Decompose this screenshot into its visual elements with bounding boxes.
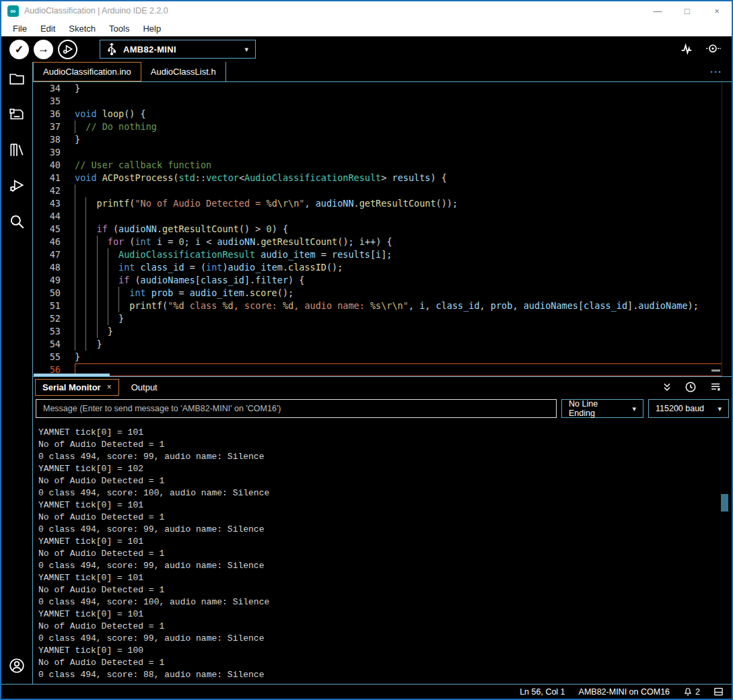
baud-rate-select[interactable]: 115200 baud ▾ <box>648 399 729 418</box>
menu-item-sketch[interactable]: Sketch <box>63 22 102 35</box>
sidebar-item-sketchbook[interactable] <box>8 70 26 88</box>
tab-audioclasslist-h[interactable]: AudioClassList.h <box>141 62 226 81</box>
code-line-48[interactable]: 48int class_id = (int)audio_item.classID… <box>33 261 732 274</box>
line-number: 54 <box>33 338 75 351</box>
sidebar-item-boards-manager[interactable] <box>8 106 26 123</box>
upload-button[interactable]: → <box>34 40 53 59</box>
bottom-panel: Serial Monitor × Output <box>33 376 732 684</box>
tab-serial-monitor[interactable]: Serial Monitor × <box>35 379 119 396</box>
line-text: printf("%d class %d, score: %d, audio na… <box>75 300 732 312</box>
code-line-50[interactable]: 50int prob = audio_item.score(); <box>33 287 732 300</box>
code-line-45[interactable]: 45if (audioNN.getResultCount() > 0) { <box>33 223 732 236</box>
account-icon <box>8 656 26 675</box>
more-actions-button[interactable]: ··· <box>710 62 732 81</box>
board-port-status[interactable]: AMB82-MINI on COM16 <box>579 687 670 697</box>
line-number: 38 <box>33 133 75 146</box>
cursor-position[interactable]: Ln 56, Col 1 <box>520 687 565 697</box>
serial-output-line: 0 class 494, score: 100, audio name: Sil… <box>38 487 732 499</box>
code-line-47[interactable]: 47AudioClassificationResult audio_item =… <box>33 248 732 261</box>
sidebar-item-search[interactable] <box>8 213 26 230</box>
serial-output-line: YAMNET tick[0] = 101 <box>38 572 732 584</box>
code-line-46[interactable]: 46for (int i = 0; i < audioNN.getResultC… <box>33 236 732 248</box>
code-line-41[interactable]: 41void ACPostProcess(std::vector<AudioCl… <box>33 172 732 184</box>
code-line-37[interactable]: 37// Do nothing <box>33 120 732 133</box>
clear-output-icon <box>709 381 722 393</box>
minimize-button[interactable]: — <box>643 1 672 20</box>
double-chevron-down-icon <box>662 382 672 392</box>
code-line-54[interactable]: 54} <box>33 338 732 351</box>
tab-output[interactable]: Output <box>125 380 164 395</box>
serial-output-line: YAMNET tick[0] = 101 <box>38 427 732 439</box>
code-line-44[interactable]: 44 <box>33 210 732 223</box>
collapse-panel-button[interactable] <box>662 382 672 392</box>
code-editor[interactable]: 34}3536void loop() {37// Do nothing38}39… <box>33 82 732 376</box>
line-text <box>75 184 732 197</box>
code-line-36[interactable]: 36void loop() { <box>33 108 732 120</box>
overview-cursor-mark <box>711 370 720 372</box>
serial-output-line: YAMNET tick[0] = 101 <box>38 536 732 548</box>
serial-scrollbar[interactable] <box>721 494 728 512</box>
timestamp-toggle-button[interactable] <box>685 381 697 393</box>
line-text: int prob = audio_item.score(); <box>75 287 732 300</box>
serial-output-line: YAMNET tick[0] = 100 <box>38 645 732 657</box>
serial-output-line: 0 class 494, score: 99, audio name: Sile… <box>38 524 732 536</box>
close-icon[interactable]: × <box>107 382 112 392</box>
line-text: } <box>75 312 732 325</box>
code-line-43[interactable]: 43printf("No of Audio Detected = %d\r\n"… <box>33 197 732 210</box>
sidebar-item-debug[interactable] <box>8 177 26 195</box>
folder-icon <box>8 70 26 88</box>
app-window: ∞ AudioClassification | Arduino IDE 2.2.… <box>0 0 733 700</box>
panel-tab-bar: Serial Monitor × Output <box>33 377 732 397</box>
close-button[interactable]: × <box>702 1 732 20</box>
serial-message-input[interactable] <box>36 399 557 418</box>
menu-item-file[interactable]: File <box>7 22 33 35</box>
line-number: 44 <box>33 210 75 223</box>
line-text: if (audioNames[class_id].filter) { <box>75 274 732 287</box>
menu-item-help[interactable]: Help <box>137 22 167 35</box>
selected-board-label: AMB82-MINI <box>123 44 238 55</box>
code-line-40[interactable]: 40// User callback function <box>33 159 732 172</box>
line-text <box>75 363 722 376</box>
line-text <box>75 146 732 159</box>
clear-output-button[interactable] <box>709 381 722 393</box>
code-line-51[interactable]: 51printf("%d class %d, score: %d, audio … <box>33 300 732 312</box>
account-button[interactable] <box>8 657 26 674</box>
board-selector[interactable]: AMB82-MINI ▾ <box>100 40 256 59</box>
code-line-42[interactable]: 42 <box>33 184 732 197</box>
maximize-button[interactable]: □ <box>672 1 702 20</box>
code-line-55[interactable]: 55} <box>33 351 732 363</box>
code-line-35[interactable]: 35 <box>33 95 732 108</box>
line-ending-value: No Line Ending <box>569 399 624 418</box>
serial-output-line: 0 class 494, score: 99, audio name: Sile… <box>38 560 732 572</box>
code-line-34[interactable]: 34} <box>33 82 732 95</box>
debug-button[interactable] <box>58 40 77 59</box>
notifications-button[interactable]: 2 <box>683 687 700 697</box>
line-ending-select[interactable]: No Line Ending ▾ <box>561 399 643 418</box>
baud-rate-value: 115200 baud <box>656 404 709 413</box>
title-bar: ∞ AudioClassification | Arduino IDE 2.2.… <box>1 1 732 20</box>
code-line-56[interactable]: 56 <box>33 363 732 376</box>
serial-output-line: 0 class 494, score: 100, audio name: Sil… <box>38 596 732 608</box>
tab-label: Output <box>131 382 158 392</box>
line-text: } <box>75 82 732 95</box>
tab-audioclassification-ino[interactable]: AudioClassification.ino <box>33 62 141 81</box>
menu-item-tools[interactable]: Tools <box>103 22 135 35</box>
serial-monitor-button[interactable] <box>705 42 721 57</box>
line-text: for (int i = 0; i < audioNN.getResultCou… <box>75 236 732 248</box>
code-line-53[interactable]: 53} <box>33 325 732 338</box>
line-number: 55 <box>33 351 75 363</box>
verify-button[interactable]: ✓ <box>9 40 29 59</box>
code-line-49[interactable]: 49if (audioNames[class_id].filter) { <box>33 274 732 287</box>
line-number: 53 <box>33 325 75 338</box>
editor-horizontal-scrollbar[interactable] <box>34 374 110 376</box>
code-line-38[interactable]: 38} <box>33 133 732 146</box>
sidebar-item-library-manager[interactable] <box>8 141 26 159</box>
code-line-52[interactable]: 52} <box>33 312 732 325</box>
serial-plotter-button[interactable] <box>679 42 694 57</box>
line-text: // Do nothing <box>75 120 732 133</box>
menu-item-edit[interactable]: Edit <box>34 22 61 35</box>
code-line-39[interactable]: 39 <box>33 146 732 159</box>
toggle-panel-button[interactable] <box>713 687 724 697</box>
line-number: 37 <box>33 120 75 133</box>
serial-plotter-icon <box>679 42 694 57</box>
